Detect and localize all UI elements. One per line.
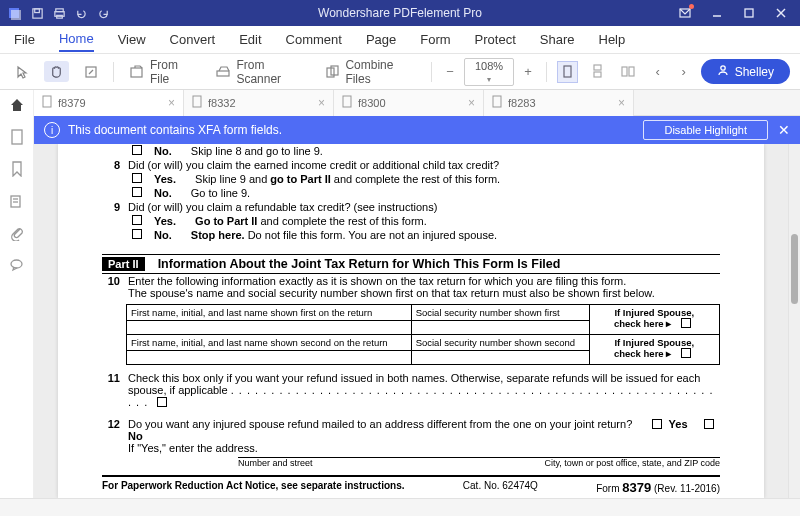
home-icon[interactable] [8, 96, 26, 114]
cell-label: If Injured Spouse, check here ▸ [589, 335, 719, 365]
checkbox[interactable] [681, 318, 691, 328]
menu-edit[interactable]: Edit [239, 32, 261, 47]
input-field[interactable] [411, 351, 589, 365]
input-field[interactable] [127, 351, 412, 365]
menu-page[interactable]: Page [366, 32, 396, 47]
no-label: No. [154, 229, 172, 241]
checkbox[interactable] [681, 348, 691, 358]
nav-prev-button[interactable]: ‹ [649, 63, 667, 81]
maximize-button[interactable] [736, 0, 762, 26]
close-icon[interactable]: × [468, 96, 475, 110]
checkbox[interactable] [132, 229, 142, 239]
select-tool[interactable] [10, 62, 34, 82]
bookmarks-icon[interactable] [8, 160, 26, 178]
menu-convert[interactable]: Convert [170, 32, 216, 47]
document-viewport[interactable]: No. Skip line 8 and go to line 9. 8 Did … [34, 144, 788, 498]
info-icon: i [44, 122, 60, 138]
document-tab-strip: f8379 × f8332 × f8300 × f8283 × [0, 90, 800, 116]
disable-highlight-button[interactable]: Disable Highlight [643, 120, 768, 140]
view-single-page-button[interactable] [557, 61, 578, 83]
close-icon[interactable]: × [168, 96, 175, 110]
menu-comment[interactable]: Comment [286, 32, 342, 47]
checkbox[interactable] [132, 187, 142, 197]
from-file-label: From File [150, 58, 195, 86]
checkbox[interactable] [132, 173, 142, 183]
zoom-out-button[interactable]: − [442, 63, 458, 81]
close-icon[interactable]: × [618, 96, 625, 110]
menu-view[interactable]: View [118, 32, 146, 47]
comments-icon[interactable] [8, 256, 26, 274]
user-account-button[interactable]: Shelley [701, 59, 790, 84]
doc-tab[interactable]: f8332 × [184, 90, 334, 116]
svg-rect-1 [11, 10, 21, 20]
save-icon[interactable] [28, 4, 46, 22]
hand-tool[interactable] [44, 61, 69, 82]
input-field[interactable] [127, 321, 412, 335]
doc-tab[interactable]: f8300 × [334, 90, 484, 116]
checkbox[interactable] [157, 397, 167, 407]
redo-icon[interactable] [94, 4, 112, 22]
doc-tab[interactable]: f8283 × [484, 90, 634, 116]
svg-rect-17 [564, 66, 571, 77]
app-logo-icon [6, 4, 24, 22]
close-icon[interactable]: × [318, 96, 325, 110]
doc-tab[interactable]: f8379 × [34, 90, 184, 116]
line-number: 8 [102, 159, 120, 171]
no-label: No. [154, 187, 172, 199]
from-file-button[interactable]: From File [124, 55, 200, 89]
svg-rect-13 [131, 68, 142, 77]
checkbox[interactable] [132, 215, 142, 225]
text: Skip line 9 and go to Part II and comple… [195, 173, 500, 185]
edit-tool[interactable] [79, 62, 103, 82]
menu-help[interactable]: Help [599, 32, 626, 47]
menu-bar: File Home View Convert Edit Comment Page… [0, 26, 800, 54]
doc-tab-icon [42, 95, 53, 110]
menu-file[interactable]: File [14, 32, 35, 47]
line-number: 9 [102, 201, 120, 213]
svg-rect-18 [594, 65, 601, 70]
text: Skip line 8 and go to line 9. [191, 145, 323, 157]
zoom-value[interactable]: 108% ▾ [464, 58, 514, 86]
form-footer: For Paperwork Reduction Act Notice, see … [102, 475, 720, 495]
svg-rect-21 [629, 67, 634, 76]
thumbnails-icon[interactable] [8, 128, 26, 146]
text: Check this box only if you want your ref… [128, 372, 720, 408]
scrollbar-thumb[interactable] [791, 234, 798, 304]
yes-label: Yes. [154, 173, 176, 185]
menu-home[interactable]: Home [59, 31, 94, 52]
zoom-in-button[interactable]: + [520, 63, 536, 81]
text: Stop here. Do not file this form. You ar… [191, 229, 497, 241]
checkbox[interactable] [704, 419, 714, 429]
checkbox[interactable] [132, 145, 142, 155]
minimize-button[interactable] [704, 0, 730, 26]
print-icon[interactable] [50, 4, 68, 22]
svg-rect-25 [343, 96, 351, 107]
text: Did (or will) you claim the earned incom… [128, 159, 499, 171]
menu-form[interactable]: Form [420, 32, 450, 47]
cell-label: Social security number shown first [411, 305, 589, 321]
nav-next-button[interactable]: › [675, 63, 693, 81]
close-button[interactable] [768, 0, 794, 26]
view-two-page-button[interactable] [618, 61, 639, 83]
vertical-scrollbar[interactable] [788, 144, 800, 498]
line-number: 11 [102, 372, 120, 384]
svg-rect-3 [34, 8, 39, 12]
view-continuous-button[interactable] [588, 61, 609, 83]
zoom-controls: − 108% ▾ + [442, 58, 536, 86]
combine-label: Combine Files [345, 58, 416, 86]
combine-files-button[interactable]: Combine Files [320, 55, 421, 89]
input-field[interactable] [411, 321, 589, 335]
menu-share[interactable]: Share [540, 32, 575, 47]
search-icon[interactable] [8, 192, 26, 210]
user-icon [717, 64, 729, 79]
close-icon[interactable]: ✕ [778, 122, 790, 138]
from-scanner-button[interactable]: From Scanner [210, 55, 310, 89]
notification-icon[interactable] [672, 0, 698, 26]
checkbox[interactable] [652, 419, 662, 429]
attachments-icon[interactable] [8, 224, 26, 242]
undo-icon[interactable] [72, 4, 90, 22]
svg-rect-24 [193, 96, 201, 107]
text: Did (or will) you claim a refundable tax… [128, 201, 437, 213]
menu-protect[interactable]: Protect [475, 32, 516, 47]
svg-point-31 [11, 260, 22, 268]
